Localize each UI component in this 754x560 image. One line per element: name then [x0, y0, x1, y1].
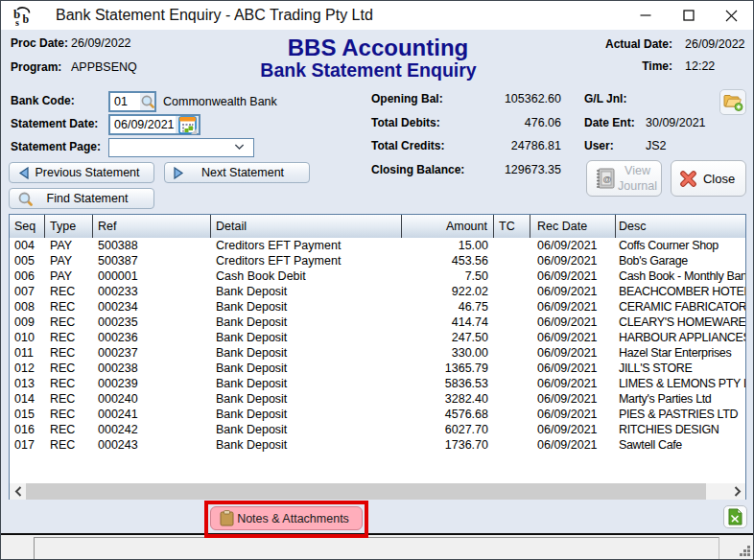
- table-cell: LIMES & LEMONS PTY LTD: [616, 376, 745, 391]
- table-cell: REC: [45, 376, 93, 391]
- table-cell: REC: [45, 315, 93, 330]
- horizontal-scrollbar[interactable]: [10, 483, 745, 500]
- next-statement-button[interactable]: Next Statement: [164, 162, 310, 183]
- table-cell: Bank Deposit: [211, 361, 402, 376]
- table-cell: Marty's Parties Ltd: [616, 391, 745, 407]
- table-cell: 06/09/2021: [530, 253, 616, 268]
- table-cell: [494, 437, 530, 453]
- table-cell: Hazel Star Enterprises: [616, 345, 745, 361]
- table-cell: 06/09/2021: [530, 361, 616, 376]
- header-right: Actual Date:26/09/2022 Time:12:22: [538, 37, 746, 82]
- table-row[interactable]: 005PAY500387Creditors EFT Payment453.560…: [10, 253, 745, 268]
- close-window-button[interactable]: [710, 1, 753, 30]
- table-cell: 46.75: [402, 299, 494, 315]
- table-cell: 007: [10, 284, 45, 299]
- table-cell: REC: [45, 330, 93, 345]
- gl-journal-folder-button[interactable]: [719, 89, 746, 115]
- table-cell: HARBOUR APPLIANCES: [616, 330, 745, 345]
- column-header-rec-date[interactable]: Rec Date: [530, 215, 616, 238]
- column-header-desc[interactable]: Desc: [616, 215, 745, 238]
- table-cell: CERAMIC FABRICATORS: [616, 299, 745, 315]
- table-row[interactable]: 017REC000243Bank Deposit1736.7006/09/202…: [10, 437, 745, 453]
- table-row[interactable]: 013REC000239Bank Deposit5836.5306/09/202…: [10, 376, 745, 391]
- table-row[interactable]: 006PAY000001Cash Book Debit7.5006/09/202…: [10, 268, 745, 284]
- total-credits-label: Total Credits:: [371, 139, 511, 152]
- maximize-button[interactable]: [667, 1, 710, 30]
- minimize-button[interactable]: [624, 1, 667, 30]
- table-cell: REC: [45, 361, 93, 376]
- table-row[interactable]: 007REC000233Bank Deposit922.0206/09/2021…: [10, 284, 745, 299]
- close-button[interactable]: Close: [671, 160, 746, 197]
- closing-balance-value: 129673.35: [505, 163, 561, 176]
- table-cell: 06/09/2021: [530, 330, 616, 345]
- table-cell: 000239: [93, 376, 211, 391]
- table-row[interactable]: 009REC000235Bank Deposit414.7406/09/2021…: [10, 315, 745, 330]
- table-cell: 922.02: [402, 284, 494, 299]
- table-cell: 5836.53: [402, 376, 494, 391]
- scroll-left-button[interactable]: [10, 483, 26, 500]
- table-cell: 000240: [93, 391, 211, 407]
- table-cell: 000233: [93, 284, 211, 299]
- date-ent-value: 30/09/2021: [646, 116, 706, 129]
- total-debits-value: 476.06: [525, 116, 561, 129]
- chevron-down-icon: [234, 142, 245, 152]
- table-cell: [494, 391, 530, 407]
- resize-grip[interactable]: [739, 545, 751, 557]
- table-row[interactable]: 016REC000242Bank Deposit6027.7006/09/202…: [10, 422, 745, 437]
- column-header-tc[interactable]: TC: [494, 215, 530, 238]
- table-row[interactable]: 010REC000236Bank Deposit247.5006/09/2021…: [10, 330, 745, 345]
- table-row[interactable]: 015REC000241Bank Deposit4576.6806/09/202…: [10, 407, 745, 422]
- column-header-amount[interactable]: Amount: [402, 215, 494, 238]
- table-cell: 000238: [93, 361, 211, 376]
- opening-bal-value: 105362.60: [505, 92, 561, 105]
- calendar-picker-button[interactable]: [176, 116, 199, 133]
- scroll-right-button[interactable]: [729, 483, 745, 500]
- table-cell: 004: [10, 238, 45, 253]
- table-cell: 000237: [93, 345, 211, 361]
- table-cell: Bank Deposit: [211, 315, 402, 330]
- arrow-left-icon: [18, 167, 29, 179]
- table-cell: 008: [10, 299, 45, 315]
- table-row[interactable]: 014REC000240Bank Deposit3282.4006/09/202…: [10, 391, 745, 407]
- table-cell: 000242: [93, 422, 211, 437]
- table-cell: 500388: [93, 238, 211, 253]
- user-value: JS2: [646, 139, 667, 152]
- table-row[interactable]: 011REC000237Bank Deposit330.0006/09/2021…: [10, 345, 745, 361]
- table-row[interactable]: 004PAY500388Creditors EFT Payment15.0006…: [10, 238, 745, 253]
- table-cell: 013: [10, 376, 45, 391]
- bank-code-input[interactable]: 01: [110, 93, 140, 110]
- statement-date-input[interactable]: 06/09/2021: [110, 116, 176, 133]
- find-statement-button[interactable]: Find Statement: [9, 188, 154, 209]
- table-cell: [494, 299, 530, 315]
- table-cell: 014: [10, 391, 45, 407]
- table-cell: [494, 407, 530, 422]
- bank-code-lookup-button[interactable]: [140, 93, 154, 110]
- column-header-seq[interactable]: Seq: [10, 215, 45, 238]
- table-row[interactable]: 008REC000234Bank Deposit46.7506/09/2021C…: [10, 299, 745, 315]
- export-excel-button[interactable]: [723, 505, 747, 528]
- column-header-ref[interactable]: Ref: [93, 215, 211, 238]
- table-cell: 000241: [93, 407, 211, 422]
- table-cell: REC: [45, 391, 93, 407]
- table-cell: 000243: [93, 437, 211, 453]
- view-journal-button[interactable]: @ View Journal: [586, 160, 662, 197]
- table-cell: 06/09/2021: [530, 268, 616, 284]
- table-cell: [494, 376, 530, 391]
- calendar-icon: [178, 116, 197, 134]
- table-row[interactable]: 012REC000238Bank Deposit1365.7906/09/202…: [10, 361, 745, 376]
- scrollbar-thumb[interactable]: [26, 483, 706, 500]
- table-cell: 06/09/2021: [530, 407, 616, 422]
- table-cell: JILL'S STORE: [616, 361, 745, 376]
- statement-page-select[interactable]: [108, 138, 254, 157]
- previous-statement-button[interactable]: Previous Statement: [9, 162, 154, 183]
- closing-balance-label: Closing Balance:: [371, 163, 505, 176]
- table-cell: 3282.40: [402, 391, 494, 407]
- table-cell: 000235: [93, 315, 211, 330]
- scroll-right-icon: [734, 486, 742, 497]
- table-cell: [494, 345, 530, 361]
- view-journal-label: View Journal: [614, 163, 661, 194]
- column-header-detail[interactable]: Detail: [211, 215, 402, 238]
- table-cell: 06/09/2021: [530, 238, 616, 253]
- table-cell: Bank Deposit: [211, 345, 402, 361]
- column-header-type[interactable]: Type: [45, 215, 93, 238]
